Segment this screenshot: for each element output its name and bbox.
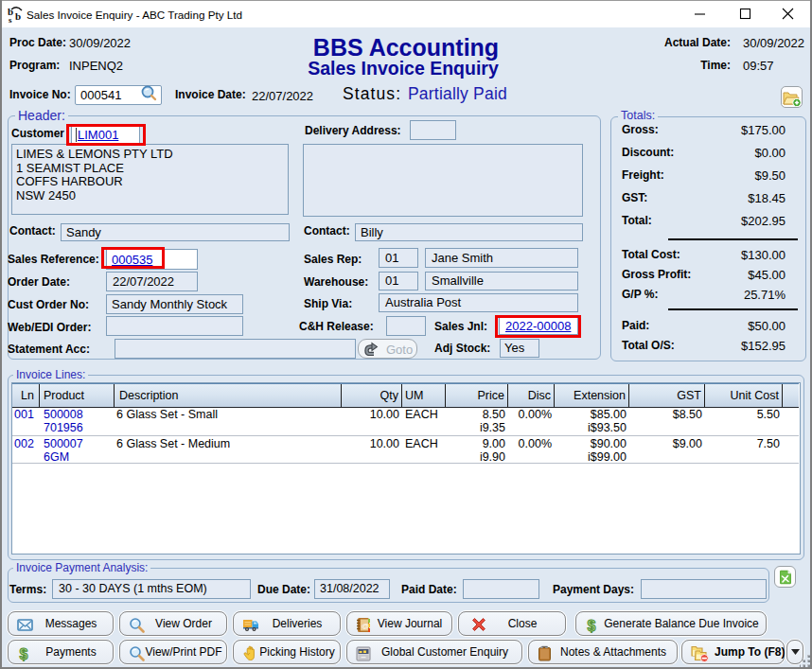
- svg-text:$: $: [20, 646, 28, 662]
- svg-text:$: $: [588, 618, 596, 634]
- svg-text:@: @: [362, 622, 369, 630]
- svg-text:b: b: [15, 10, 21, 22]
- svg-text:s: s: [9, 15, 12, 24]
